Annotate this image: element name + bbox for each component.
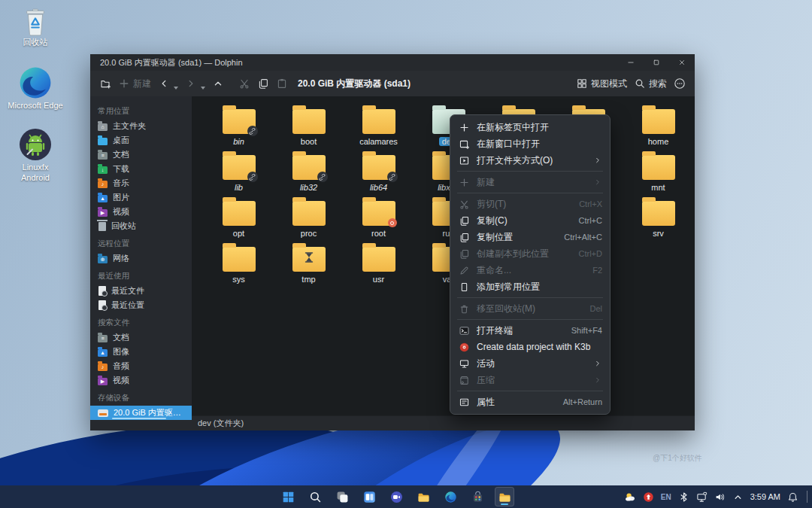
- properties-icon: [458, 397, 470, 408]
- sidebar-item-pictures-folder[interactable]: ▲图片: [90, 190, 192, 205]
- new-tab-icon[interactable]: [99, 78, 111, 90]
- menu-item: 创建副本到此位置Ctrl+D: [450, 245, 610, 262]
- language-indicator[interactable]: EN: [661, 493, 671, 501]
- back-button[interactable]: [158, 78, 170, 90]
- volume-icon[interactable]: [714, 491, 726, 503]
- sidebar-item-network-folder[interactable]: ⊕网络: [90, 251, 192, 266]
- menu-item[interactable]: Create data project with K3b: [450, 339, 610, 355]
- sidebar-section-header: 最近使用: [90, 266, 192, 284]
- chat-button[interactable]: [386, 487, 406, 506]
- clock[interactable]: 3:59 AM: [750, 492, 780, 501]
- folder-proc[interactable]: proc: [274, 197, 344, 243]
- view-mode-button[interactable]: 视图模式: [576, 78, 627, 90]
- sidebar-item-music-folder[interactable]: ♪音乐: [90, 176, 192, 190]
- menu-item[interactable]: 复制(C)Ctrl+C: [450, 212, 610, 229]
- folder-root[interactable]: root: [344, 197, 414, 243]
- title-bar[interactable]: 20.0 GiB 内置驱动器 (sda1) — Dolphin: [90, 54, 695, 71]
- chevron-up-icon[interactable]: [732, 491, 744, 503]
- sidebar-item-desktop-folder[interactable]: 桌面: [90, 133, 192, 148]
- paste-icon[interactable]: [276, 78, 288, 90]
- menu-item[interactable]: 活动: [450, 355, 610, 372]
- sidebar-item-trash[interactable]: 回收站: [90, 219, 192, 233]
- folder-lib[interactable]: lib: [204, 151, 274, 197]
- folder-calamares[interactable]: calamares: [344, 105, 414, 151]
- forward-button[interactable]: [185, 78, 197, 90]
- sidebar-item-harddrive[interactable]: 20.0 GiB 内置驱动器 (s...: [90, 406, 192, 420]
- close-icon[interactable]: [669, 54, 695, 71]
- folder-home[interactable]: home: [623, 105, 693, 151]
- sidebar-section-header: 存储设备: [90, 388, 192, 406]
- new-button[interactable]: 新建: [118, 78, 151, 90]
- file-explorer-button[interactable]: [414, 487, 433, 506]
- menu-item[interactable]: 打开终端Shift+F4: [450, 322, 610, 339]
- folder-srv[interactable]: srv: [623, 197, 693, 243]
- sidebar-item-recent-files[interactable]: 最近文件: [90, 284, 192, 298]
- menu-item[interactable]: 复制位置Ctrl+Alt+C: [450, 229, 610, 245]
- bell-icon[interactable]: [787, 491, 798, 503]
- back-history-caret[interactable]: [174, 87, 178, 90]
- folder-opt[interactable]: opt: [204, 197, 274, 243]
- alert-badge-icon[interactable]: [643, 491, 654, 503]
- cut-icon[interactable]: [238, 78, 250, 90]
- menu-item[interactable]: 添加到常用位置: [450, 278, 610, 295]
- edge-button[interactable]: [441, 487, 460, 506]
- folder-boot[interactable]: boot: [274, 105, 344, 151]
- menu-item[interactable]: 属性Alt+Return: [450, 394, 610, 410]
- window-controls: [618, 54, 695, 71]
- sidebar-item-search-videos[interactable]: ▶视频: [90, 373, 192, 388]
- desktop-icon-linuxfx-android[interactable]: Linuxfx Android: [6, 126, 65, 184]
- desktop-icon-edge[interactable]: Microsoft Edge: [6, 65, 65, 111]
- menu-item-label: 在新窗口中打开: [477, 138, 602, 151]
- menu-item-label: 复制(C): [477, 214, 572, 227]
- folder-tmp[interactable]: tmp: [274, 243, 344, 289]
- minimize-icon[interactable]: [618, 54, 644, 71]
- cut-icon: [458, 199, 470, 210]
- folder-sys[interactable]: sys: [204, 243, 274, 289]
- folder-icon: [292, 155, 326, 180]
- menu-item-shortcut: Alt+Return: [563, 397, 602, 406]
- dolphin-button[interactable]: [495, 487, 514, 506]
- menu-item[interactable]: 在新窗口中打开: [450, 135, 610, 152]
- folder-lib32[interactable]: lib32: [274, 151, 344, 197]
- sidebar-item-home-folder[interactable]: ⌂主文件夹: [90, 119, 192, 133]
- sidebar-item-label: 最近位置: [111, 300, 144, 311]
- maximize-icon[interactable]: [644, 54, 669, 71]
- network-icon[interactable]: [696, 491, 707, 503]
- desktop[interactable]: @下1个好软件 回收站 Microsoft Edge Linuxfx Andro…: [0, 0, 812, 508]
- menu-item[interactable]: 在新标签页中打开: [450, 119, 610, 135]
- bluetooth-icon[interactable]: [678, 491, 689, 503]
- folder-icon: [362, 247, 395, 272]
- folder-view[interactable]: binbootcalamaresdevhomeliblib32lib64libx…: [192, 96, 695, 415]
- folder-icon: [292, 247, 326, 272]
- search-button[interactable]: 搜索: [634, 78, 667, 90]
- hamburger-menu-icon[interactable]: [674, 78, 686, 90]
- sidebar-item-documents-folder[interactable]: ≡文档: [90, 148, 192, 162]
- widgets-button[interactable]: [359, 487, 379, 506]
- sidebar-item-recent-locations[interactable]: 最近位置: [90, 298, 192, 312]
- store-button[interactable]: [468, 487, 487, 506]
- folder-usr[interactable]: usr: [344, 243, 414, 289]
- weather-icon[interactable]: [625, 491, 636, 503]
- start-button[interactable]: [278, 487, 298, 506]
- menu-separator: [457, 297, 603, 298]
- taskbar-search-button[interactable]: [305, 487, 325, 506]
- search-documents-icon: ≡: [98, 335, 108, 342]
- menu-item[interactable]: 打开文件夹方式(O): [450, 152, 610, 169]
- sidebar-item-search-images[interactable]: ▲图像: [90, 345, 192, 359]
- show-desktop-button[interactable]: [807, 491, 807, 503]
- sidebar-item-downloads-folder[interactable]: ↓下载: [90, 162, 192, 176]
- folder-bin[interactable]: bin: [204, 105, 274, 151]
- copy-icon[interactable]: [257, 78, 269, 90]
- sidebar-item-label: 音频: [113, 360, 129, 372]
- sidebar-item-search-documents[interactable]: ≡文档: [90, 330, 192, 345]
- desktop-icon-recycle-bin[interactable]: 回收站: [6, 8, 65, 48]
- folder-mnt[interactable]: mnt: [623, 151, 693, 197]
- task-view-button[interactable]: [332, 487, 352, 506]
- folder-lib64[interactable]: lib64: [344, 151, 414, 197]
- up-button[interactable]: [212, 78, 224, 90]
- sidebar-item-videos-folder[interactable]: ▶视频: [90, 205, 192, 219]
- menu-item-shortcut: Ctrl+C: [579, 216, 602, 225]
- forward-history-caret[interactable]: [201, 87, 205, 90]
- running-indicator: [501, 503, 508, 506]
- sidebar-item-search-audio[interactable]: ♪音频: [90, 359, 192, 373]
